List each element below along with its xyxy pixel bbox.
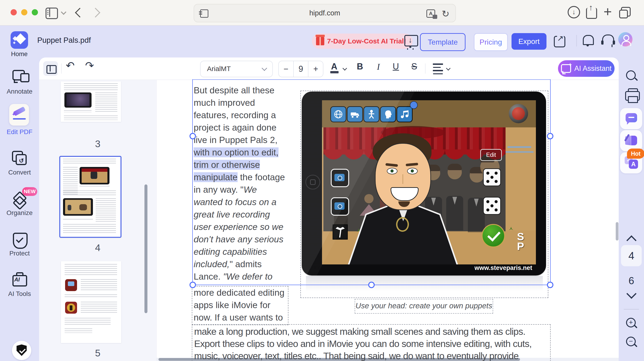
sidebar-item-ai-tools[interactable]: AI — [12, 272, 28, 286]
page-number-5: 5 — [39, 348, 156, 359]
page-thumbnail-5[interactable] — [61, 261, 121, 343]
browser-sidebar-toggle-icon[interactable] — [46, 8, 58, 19]
user-avatar[interactable] — [618, 32, 632, 46]
current-page-indicator[interactable]: 4 — [621, 245, 642, 266]
comment-icon — [626, 113, 637, 122]
confirm-check-button — [482, 224, 505, 248]
selection-handle-left[interactable] — [190, 133, 196, 139]
previous-page-button[interactable] — [626, 236, 637, 246]
thumb-image — [64, 92, 92, 108]
figure-icon — [364, 106, 380, 122]
document-text-box[interactable]: more dedicated editingapps like iMovie f… — [192, 286, 288, 325]
close-window-button[interactable] — [10, 9, 17, 16]
font-size-decrease[interactable]: − — [279, 61, 293, 77]
sp-logo: SP — [517, 232, 524, 251]
address-bar[interactable]: hipdf.com A ↻ — [194, 4, 456, 22]
sidebar-item-edit-pdf[interactable] — [9, 104, 29, 126]
font-size-increase[interactable]: + — [308, 61, 323, 77]
text-color-button[interactable]: A — [328, 62, 340, 72]
comment-tool-button[interactable] — [620, 108, 642, 129]
sidebar-label-convert[interactable]: Convert — [0, 169, 39, 176]
ai-read-tool-button[interactable] — [620, 130, 642, 151]
url-text: hipdf.com — [194, 9, 456, 17]
page-thumbnail-panel: 3 — [39, 80, 157, 361]
zoom-out-icon[interactable]: − — [626, 337, 636, 346]
italic-button[interactable]: I — [372, 62, 384, 72]
image-caption[interactable]: Use your head: create your own puppets — [355, 299, 493, 314]
support-headset-icon[interactable] — [602, 34, 614, 44]
sidebar-label-annotate[interactable]: Annotate — [0, 88, 39, 95]
notifications-bell-icon[interactable] — [583, 35, 594, 45]
zoom-in-icon[interactable]: + — [626, 318, 636, 328]
sidebar-label-protect[interactable]: Protect — [0, 250, 39, 257]
sidebar-item-home[interactable]: Home — [4, 50, 34, 58]
chevron-down-icon[interactable] — [446, 66, 450, 70]
sidebar-label-ai-tools[interactable]: AI Tools — [0, 290, 39, 298]
document-text-column[interactable]: But despite all thesemuch improvedfeatur… — [194, 84, 292, 283]
dice-icon — [483, 197, 501, 215]
sidebar-label-organize[interactable]: Organize — [0, 209, 39, 216]
sidebar-item-convert[interactable]: ↺ — [12, 151, 28, 166]
share-icon[interactable] — [586, 8, 597, 19]
redo-icon[interactable]: ↷ — [85, 59, 94, 72]
palm-stamp-icon — [332, 224, 348, 240]
font-family-select[interactable]: ArialMT — [200, 61, 273, 77]
template-button[interactable]: Template — [420, 33, 466, 51]
strikethrough-button[interactable]: S — [408, 62, 420, 72]
ai-chat-icon — [561, 64, 571, 73]
puppet-head — [448, 165, 462, 179]
export-button[interactable]: Export — [512, 33, 546, 50]
font-size-value[interactable]: 9 — [293, 61, 308, 77]
thumbnail-panel-toggle[interactable] — [43, 61, 58, 76]
selection-handle-right[interactable] — [547, 133, 554, 139]
thumb-app-icon — [65, 302, 77, 314]
back-button[interactable] — [75, 8, 85, 18]
sidebar-label-edit-pdf[interactable]: Edit PDF — [0, 128, 39, 136]
chevron-down-icon[interactable] — [342, 66, 347, 70]
page-thumbnail-4-selected[interactable] — [59, 156, 122, 238]
selection-handle-bottom-center[interactable] — [368, 282, 375, 288]
underline-button[interactable]: U — [390, 62, 402, 72]
trust-badge-icon[interactable] — [12, 341, 31, 360]
translate-icon: A — [629, 160, 638, 169]
print-icon[interactable] — [625, 91, 640, 101]
downloads-icon[interactable]: ↓ — [568, 6, 580, 18]
character-face — [371, 133, 435, 213]
home-app-logo[interactable] — [10, 31, 28, 49]
bold-button[interactable]: B — [354, 62, 366, 72]
undo-icon[interactable]: ↶ — [66, 59, 75, 72]
new-tab-icon[interactable]: + — [604, 3, 612, 20]
download-desktop-icon[interactable] — [404, 35, 418, 46]
minimize-window-button[interactable] — [21, 9, 27, 16]
sidebar-item-annotate[interactable] — [10, 69, 28, 83]
next-page-button[interactable] — [626, 289, 637, 299]
selection-handle-bottom-left[interactable] — [190, 282, 196, 288]
vertical-scrollbar[interactable] — [616, 222, 618, 240]
pricing-label: Pricing — [480, 38, 502, 46]
thumbnail-scrollbar[interactable] — [144, 184, 148, 313]
thumb-caption — [80, 186, 110, 188]
ai-assistant-label: AI Assistant — [574, 64, 612, 73]
reload-icon[interactable]: ↻ — [442, 8, 450, 19]
puppet-head — [470, 168, 484, 182]
translate-icon[interactable]: A — [426, 10, 435, 18]
fullscreen-window-button[interactable] — [32, 9, 38, 16]
head-icon — [380, 106, 396, 122]
music-icon — [396, 106, 412, 122]
pricing-button[interactable]: Pricing — [474, 33, 508, 51]
document-bottom-paragraph[interactable]: make a long production, we suggest makin… — [192, 324, 550, 361]
sidebar-item-protect[interactable] — [13, 233, 27, 248]
trial-banner[interactable]: 7-Day Low-Cost AI Trial! — [312, 34, 412, 49]
selection-handle-bottom-right[interactable] — [547, 282, 554, 288]
chevron-down-icon[interactable] — [61, 9, 66, 15]
search-icon[interactable] — [626, 70, 636, 80]
tab-overview-icon[interactable] — [621, 7, 631, 16]
page-thumbnail-3[interactable] — [61, 82, 121, 122]
annotate-icon-tail — [14, 79, 18, 83]
thumb-text — [65, 318, 111, 325]
font-size-stepper: − 9 + — [278, 61, 324, 77]
document-image-ipad[interactable]: Edit SP www.steveparis.net — [302, 92, 546, 276]
ai-assistant-button[interactable]: AI Assistant — [558, 60, 614, 77]
share-document-icon[interactable] — [554, 36, 565, 47]
alignment-button[interactable] — [433, 64, 443, 65]
